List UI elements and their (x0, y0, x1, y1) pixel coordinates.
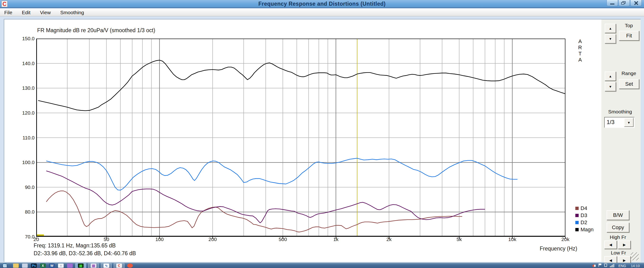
arta-app-icon-frame[interactable]: C (114, 263, 124, 268)
mail-butterfly-icon[interactable] (67, 264, 73, 268)
d2-color-swatch (575, 221, 579, 224)
x-tick-label: 20k (561, 236, 570, 242)
series-d2 (46, 158, 517, 190)
menu-bar: File Edit View Smoothing (0, 9, 644, 16)
y-tick-label: 150.0 (16, 36, 34, 42)
y-tick-label: 130.0 (16, 85, 34, 91)
y-tick-label: 120.0 (16, 110, 34, 116)
arta-window: C Frequency Response and Distortions (Un… (0, 0, 644, 268)
excel-icon[interactable]: X (40, 264, 46, 268)
cursor-marker-dash (37, 234, 44, 236)
menu-edit[interactable]: Edit (18, 9, 34, 16)
range-up-button[interactable]: ▲ (605, 72, 616, 81)
resize-grip[interactable] (631, 252, 639, 260)
high-fr-label: High Fr (604, 234, 632, 240)
d4-color-swatch (575, 207, 579, 210)
legend-row: D3 (575, 212, 594, 219)
bw-button[interactable]: B/W (606, 210, 629, 220)
copy-button[interactable]: Copy (606, 222, 629, 232)
x-tick-label: 100 (155, 236, 164, 242)
x-tick-label: 500 (279, 236, 287, 242)
menu-file[interactable]: File (0, 9, 16, 16)
magn-color-swatch (575, 228, 579, 231)
arta-steps-icon[interactable]: ▦ (78, 264, 84, 268)
network-signal-icon[interactable] (610, 264, 615, 267)
restore-icon (621, 2, 624, 4)
x-tick-label: 20 (34, 236, 39, 242)
arta-limp-icon[interactable]: ▧ (91, 264, 96, 268)
fit-button[interactable]: Fit (619, 31, 639, 41)
arta-app-icon[interactable]: C (116, 264, 122, 268)
y-tick-label: 140.0 (16, 60, 34, 66)
series-d4 (46, 191, 462, 232)
legend-row: D4 (575, 205, 594, 212)
x-axis-title: Frequency (Hz) (523, 246, 577, 252)
volume-icon[interactable] (592, 264, 596, 268)
x-tick-label: 2k (386, 236, 392, 242)
x-tick-label: 10k (508, 236, 516, 242)
legend-label-d4: D4 (580, 205, 587, 212)
legend-label-d3: D3 (580, 212, 587, 218)
disk-icon[interactable] (22, 264, 28, 268)
legend-row: Magn (575, 226, 594, 233)
arta-limp-icon-frame[interactable]: ▧ (88, 263, 99, 268)
d3-color-swatch (575, 214, 579, 217)
arta-imp-icon-frame[interactable]: ∿ (101, 263, 112, 268)
minimize-button[interactable] (606, 0, 618, 6)
cursor-readout-line1: Freq: 1319.1 Hz, Magn:135.65 dB (34, 242, 116, 249)
start-button[interactable] (2, 263, 7, 268)
clock[interactable]: 14:10 (631, 264, 640, 268)
usb-device-icon[interactable] (604, 264, 607, 268)
top-down-button[interactable]: ▼ (605, 34, 616, 44)
set-button[interactable]: Set (619, 79, 639, 89)
menu-smoothing[interactable]: Smoothing (56, 9, 88, 16)
work-area: FR Magnitude dB re 20uPa/V (smoothed 1/3… (0, 16, 644, 263)
control-panel: ▲ ▼ Top Fit ▲ ▼ Range Set Smoothing 1/3 … (602, 19, 641, 262)
y-tick-label: 90.0 (16, 184, 34, 190)
plot-legend: D4 D3 D2 Magn (575, 205, 594, 233)
top-up-button[interactable]: ▲ (605, 24, 616, 33)
y-tick-label: 70.0 (16, 234, 34, 240)
legend-label-magn: Magn (580, 226, 594, 233)
menu-view[interactable]: View (36, 9, 55, 16)
folder-icon[interactable] (13, 264, 19, 268)
chart-panel[interactable]: FR Magnitude dB re 20uPa/V (smoothed 1/3… (4, 19, 602, 262)
y-tick-label: 80.0 (16, 209, 34, 215)
legend-label-d2: D2 (580, 220, 587, 226)
x-tick-label: 5k (456, 236, 462, 242)
dropdown-arrow-icon[interactable]: ▼ (624, 118, 634, 127)
legend-row: D2 (575, 219, 594, 226)
range-spinner: ▲ ▼ (605, 72, 616, 92)
frequency-response-plot[interactable] (36, 38, 570, 242)
top-label: Top (618, 23, 639, 28)
notes-icon[interactable]: ≡ (58, 264, 64, 268)
language-indicator[interactable]: ENG (618, 264, 626, 268)
word-icon[interactable]: W (49, 264, 55, 268)
system-tray: ENG 14:10 (590, 263, 642, 268)
top-spinner: ▲ ▼ (605, 24, 616, 44)
photoshop-icon[interactable]: Ps (31, 264, 37, 268)
cursor-readout-line2: D2:-33.96 dB, D3:-52.36 dB, D4:-60.76 dB (34, 250, 136, 257)
high-fr-left-button[interactable]: ◀ (604, 240, 617, 249)
x-tick-label: 200 (208, 236, 217, 242)
y-tick-label: 100.0 (16, 160, 34, 165)
browser-icon[interactable] (127, 264, 133, 268)
chart-title: FR Magnitude dB re 20uPa/V (smoothed 1/3… (37, 27, 155, 34)
restore-button[interactable] (618, 0, 630, 6)
series-magn (38, 60, 566, 111)
range-down-button[interactable]: ▼ (605, 82, 616, 92)
low-fr-label: Low Fr (604, 250, 633, 256)
arta-steps-icon-frame[interactable]: ▦ (75, 263, 86, 268)
arta-imp-icon[interactable]: ∿ (104, 264, 109, 268)
high-fr-right-button[interactable]: ▶ (618, 240, 631, 249)
smoothing-label: Smoothing (602, 109, 638, 114)
y-tick-label: 110.0 (16, 135, 34, 141)
taskbar: PsXW≡▦▧∿C ENG 14:10 (0, 263, 644, 268)
close-button[interactable] (630, 0, 642, 6)
plot-area[interactable] (36, 38, 570, 242)
title-bar[interactable]: C Frequency Response and Distortions (Un… (0, 0, 644, 8)
window-title: Frequency Response and Distortions (Unti… (0, 1, 644, 7)
smoothing-dropdown[interactable]: 1/3 ▼ (604, 117, 634, 128)
x-tick-label: 1k (333, 236, 338, 242)
action-center-flag-icon[interactable] (598, 264, 602, 268)
